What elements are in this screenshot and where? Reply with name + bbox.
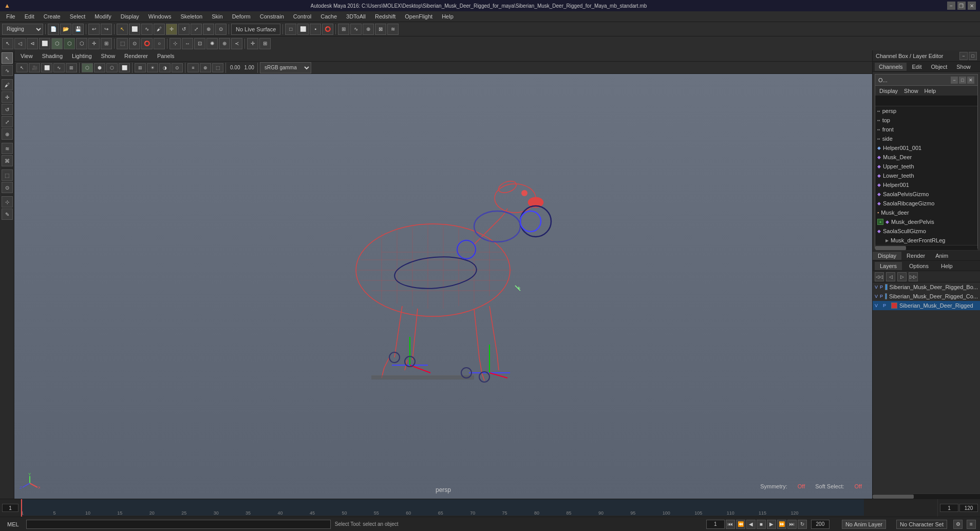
mo-menu-help[interactable]: Help — [922, 87, 938, 95]
vp-tb-btn4[interactable]: ∿ — [53, 63, 65, 72]
save-scene-button[interactable]: 💾 — [72, 24, 84, 35]
vp-smooth-button[interactable]: ⬢ — [94, 63, 105, 72]
layers-nav-right2[interactable]: ▷▷ — [909, 272, 918, 281]
redirect-tool[interactable]: ⬚ — [2, 169, 13, 181]
paint-tool[interactable]: 🖌 — [2, 79, 13, 90]
tab-options[interactable]: Options — [904, 262, 934, 270]
tb2-btn4[interactable]: ⬜ — [39, 38, 50, 49]
menu-constrain[interactable]: Constrain — [256, 12, 288, 21]
layer-row-1[interactable]: V P Siberian_Musk_Deer_Rigged_Bo... — [873, 282, 980, 292]
snap-curve-button[interactable]: ∿ — [350, 24, 362, 35]
outliner-item-musk-deer[interactable]: ◆ Musk_Deer — [875, 153, 977, 162]
tb2-btn10[interactable]: ⬚ — [117, 38, 128, 49]
menu-openflight[interactable]: OpenFlight — [401, 12, 437, 21]
vp-bounding-button[interactable]: ⬜ — [119, 63, 130, 72]
play-back-button[interactable]: ◀ — [746, 520, 756, 529]
stop-button[interactable]: ■ — [757, 520, 766, 529]
menu-windows[interactable]: Windows — [144, 12, 176, 21]
tb2-btn1[interactable]: ↖ — [2, 38, 13, 49]
minimize-button[interactable]: − — [947, 2, 955, 10]
tb2-btn9[interactable]: ⊞ — [101, 38, 112, 49]
outliner-minimize-btn[interactable]: − — [951, 77, 958, 84]
outliner-item-front-rleg[interactable]: ▶ Musk_deerFrontRLeg — [875, 236, 977, 245]
vp-hud-button[interactable]: ⬚ — [212, 63, 223, 72]
show-tool[interactable]: ⊙ — [2, 182, 13, 193]
vp-grid-button[interactable]: ⊞ — [135, 63, 146, 72]
vp-isolate-button[interactable]: ≡ — [187, 63, 199, 72]
menu-cache[interactable]: Cache — [316, 12, 341, 21]
outliner-restore-btn[interactable]: □ — [959, 77, 966, 84]
tb2-btn14[interactable]: ⊹ — [169, 38, 181, 49]
outliner-item-lower-teeth[interactable]: ◆ Lower_teeth — [875, 171, 977, 180]
sculpt-tool[interactable]: ⌘ — [2, 155, 13, 166]
rotate-tool[interactable]: ↺ — [2, 104, 13, 115]
tb2-btn18[interactable]: ⊕ — [219, 38, 230, 49]
timeline-ruler[interactable]: 1 5 10 15 20 25 30 35 40 45 50 55 60 65 … — [21, 499, 937, 517]
snap-surface-button[interactable]: ≋ — [387, 24, 399, 35]
layer-row-2[interactable]: V P Siberian_Musk_Deer_Rigged_Co... — [873, 292, 980, 301]
vp-tb-btn5[interactable]: ⊞ — [66, 63, 77, 72]
outliner-item-side[interactable]: ▪▪ side — [875, 134, 977, 143]
menu-edit[interactable]: Edit — [21, 12, 39, 21]
vp-ao-button[interactable]: ⊙ — [172, 63, 183, 72]
tab-display[interactable]: Display — [873, 252, 901, 260]
restore-button[interactable]: ❐ — [957, 2, 966, 10]
step-back-button[interactable]: ⏪ — [736, 520, 745, 529]
cb-minimize-button[interactable]: − — [959, 52, 968, 60]
measure-tool[interactable]: ⊹ — [2, 196, 13, 207]
tb2-btn21[interactable]: ⊞ — [259, 38, 271, 49]
paint-select-button[interactable]: 🖌 — [154, 24, 165, 35]
outliner-item-helper001[interactable]: ◆ Helper001_001 — [875, 143, 977, 153]
layers-nav-left1[interactable]: ◁◁ — [875, 272, 884, 281]
show-manip-button[interactable]: ⊙ — [215, 24, 227, 35]
select-tool[interactable]: ↖ — [2, 52, 13, 64]
outliner-item-saola-pelvis[interactable]: ◆ SaolaPelvisGizmo — [875, 189, 977, 199]
tb2-btn3[interactable]: ⊲ — [27, 38, 38, 49]
menu-select[interactable]: Select — [66, 12, 90, 21]
tb2-btn16[interactable]: ⊡ — [194, 38, 205, 49]
tb2-btn19[interactable]: ≺ — [231, 38, 242, 49]
render-btn3[interactable]: ▪ — [310, 24, 321, 35]
universal-manip-tool[interactable]: ⊕ — [2, 128, 13, 140]
layers-nav-left2[interactable]: ◁ — [886, 272, 895, 281]
layers-scrollbar-thumb[interactable] — [873, 495, 914, 499]
outliner-item-musk-deer-pelvis[interactable]: + ◆ Musk_deerPelvis — [875, 217, 977, 226]
render-btn2[interactable]: ⬜ — [297, 24, 309, 35]
mo-menu-display[interactable]: Display — [877, 87, 900, 95]
redo-button[interactable]: ↪ — [101, 24, 112, 35]
outliner-item-top[interactable]: ▪▪ top — [875, 116, 977, 125]
tb2-btn13[interactable]: ○ — [154, 38, 165, 49]
menu-deform[interactable]: Deform — [228, 12, 255, 21]
menu-skin[interactable]: Skin — [208, 12, 227, 21]
outliner-item-saola-rib[interactable]: ◆ SaolaRibcageGizmo — [875, 199, 977, 208]
annotation-tool[interactable]: ✎ — [2, 208, 13, 220]
viewport-menu-panels[interactable]: Panels — [153, 52, 179, 60]
vp-flat-button[interactable]: ⬡ — [106, 63, 118, 72]
render-btn4[interactable]: ⭕ — [322, 24, 333, 35]
viewport-menu-show[interactable]: Show — [97, 52, 120, 60]
no-anim-layer[interactable]: No Anim Layer — [842, 520, 886, 529]
outliner-search-input[interactable] — [875, 96, 977, 106]
snap-grid-button[interactable]: ⊞ — [338, 24, 349, 35]
layers-scrollbar-h[interactable] — [873, 494, 980, 499]
tab-layers[interactable]: Layers — [875, 262, 902, 270]
menu-create[interactable]: Create — [40, 12, 65, 21]
frame-end-input[interactable] — [811, 520, 830, 529]
outliner-close-btn[interactable]: ✕ — [967, 77, 974, 84]
tb2-btn8[interactable]: ✛ — [88, 38, 100, 49]
pb-frame-input[interactable] — [706, 520, 725, 529]
vp-shadow-button[interactable]: ◑ — [159, 63, 171, 72]
move-tool[interactable]: ✛ — [2, 91, 13, 103]
mo-menu-show[interactable]: Show — [902, 87, 920, 95]
viewport-menu-renderer[interactable]: Renderer — [120, 52, 152, 60]
settings-button2[interactable]: ≡ — [967, 520, 976, 529]
skip-start-button[interactable]: ⏮ — [726, 520, 735, 529]
tb2-btn17[interactable]: ✺ — [206, 38, 218, 49]
cb-tab-channels[interactable]: Channels — [875, 63, 907, 71]
menu-skeleton[interactable]: Skeleton — [176, 12, 206, 21]
vp-tb-btn3[interactable]: ⬜ — [41, 63, 52, 72]
tb2-btn12[interactable]: ⭕ — [141, 38, 153, 49]
rotate-tool-button[interactable]: ↺ — [178, 24, 190, 35]
menu-help[interactable]: Help — [438, 12, 458, 21]
tb2-btn15[interactable]: ↔ — [182, 38, 193, 49]
